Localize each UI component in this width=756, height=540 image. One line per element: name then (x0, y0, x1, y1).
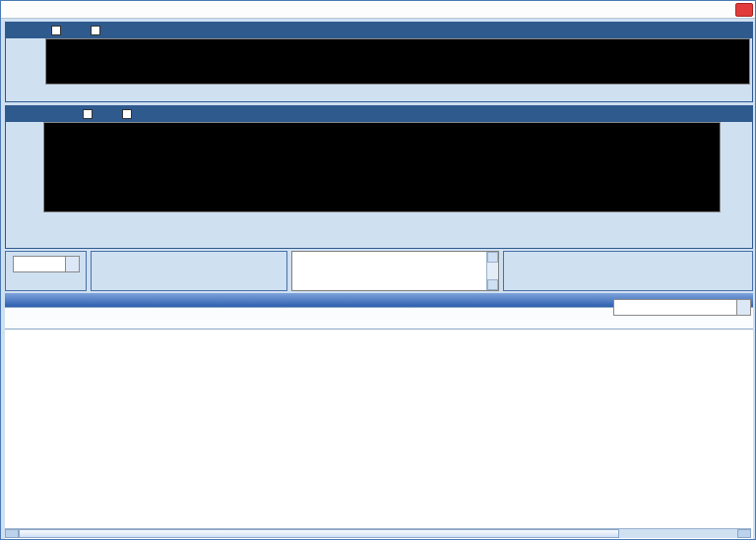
i2c-detail-window (0, 0, 756, 540)
titlebar (1, 1, 755, 19)
check-icon (83, 109, 93, 119)
number-format-value (14, 257, 65, 271)
check-icon (51, 26, 61, 35)
frame-clock-checkbox[interactable] (83, 109, 96, 119)
waveform-canvas[interactable] (45, 38, 750, 85)
frame-toolbar (724, 124, 750, 245)
selected-frame-header (6, 106, 752, 122)
frame-data-checkbox[interactable] (122, 109, 136, 119)
scroll-left-icon[interactable] (5, 529, 19, 538)
close-button[interactable] (735, 3, 753, 17)
waveform-clock-checkbox[interactable] (51, 26, 65, 35)
detailed-table (5, 307, 753, 539)
scrollbar-track[interactable] (619, 529, 737, 538)
chevron-down-icon (736, 300, 750, 315)
frame-plot (44, 123, 720, 211)
check-icon (91, 26, 100, 35)
number-format-label (6, 252, 86, 253)
waveform-view-panel (5, 22, 753, 102)
horizontal-scrollbar[interactable] (5, 528, 751, 538)
legends-group (91, 251, 287, 291)
frame-y-axis (6, 122, 43, 212)
waveform-y-axis (6, 38, 45, 85)
clock-color-swatch (142, 257, 185, 269)
data-color-swatch (197, 257, 230, 269)
waveform-view-header (6, 23, 752, 38)
annotation-legend (504, 253, 752, 277)
legends-title (92, 252, 286, 253)
scroll-down-icon[interactable] (487, 279, 498, 290)
waveform-plot (46, 39, 749, 84)
legend-row (92, 257, 286, 269)
selected-frame-panel (5, 105, 753, 249)
waveform-data-checkbox[interactable] (91, 26, 104, 35)
check-icon (122, 109, 132, 119)
selected-data-box (291, 251, 499, 291)
number-format-select[interactable] (13, 256, 80, 272)
message-filter-select[interactable] (613, 299, 751, 316)
scrollbar-thumb[interactable] (19, 529, 619, 538)
data-box-scrollbar[interactable] (486, 252, 498, 290)
annotation-group (503, 251, 753, 291)
selected-data-text (292, 252, 498, 256)
message-filter-value (614, 300, 736, 315)
frame-canvas[interactable] (43, 122, 721, 212)
number-format-group (5, 251, 87, 291)
chevron-down-icon (65, 257, 79, 271)
scroll-up-icon[interactable] (487, 252, 498, 263)
scroll-right-icon[interactable] (737, 529, 751, 538)
